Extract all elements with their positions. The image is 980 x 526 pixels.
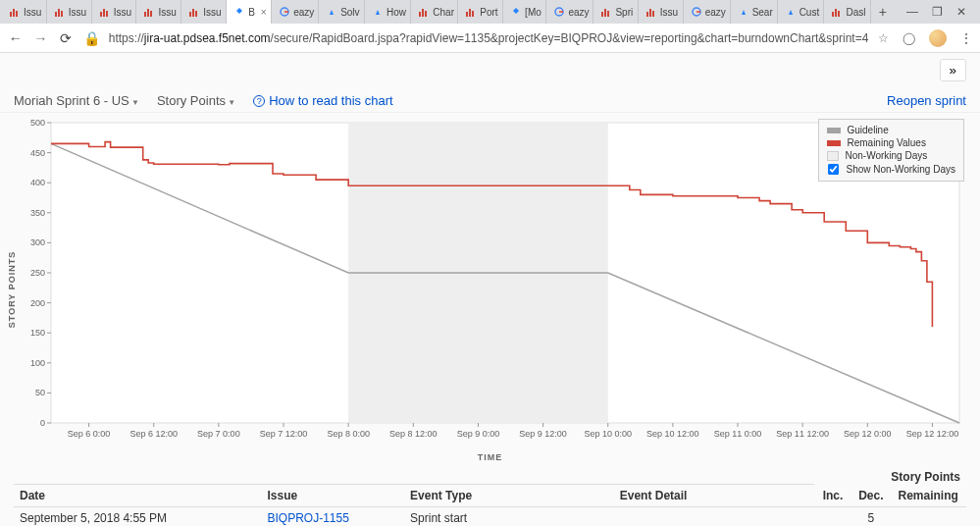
- svg-rect-10: [147, 9, 149, 17]
- browser-tab[interactable]: Issu: [136, 0, 181, 24]
- svg-text:150: 150: [30, 328, 45, 338]
- browser-tab[interactable]: Issu: [639, 0, 684, 24]
- svg-text:Sep 10 0:00: Sep 10 0:00: [584, 429, 632, 439]
- browser-tab[interactable]: Issu: [47, 0, 92, 24]
- svg-rect-23: [601, 12, 603, 17]
- svg-rect-18: [425, 11, 427, 17]
- svg-text:50: 50: [35, 388, 45, 397]
- how-to-read-link[interactable]: ? How to read this chart: [253, 93, 392, 108]
- svg-rect-19: [466, 12, 468, 17]
- svg-text:Sep 11 0:00: Sep 11 0:00: [714, 429, 762, 439]
- cell-issue[interactable]: BIQPROJ-1155: [261, 507, 404, 527]
- browser-tab[interactable]: Sear: [731, 0, 778, 24]
- legend-item-remaining: Remaining Values: [827, 136, 955, 149]
- svg-rect-6: [100, 12, 102, 17]
- cell-date: September 5, 2018 4:55 PM: [14, 507, 261, 527]
- tab-close-icon[interactable]: ×: [261, 7, 267, 18]
- svg-text:0: 0: [40, 418, 45, 428]
- how-to-read-label: How to read this chart: [269, 93, 392, 108]
- reload-button[interactable]: ⟳: [58, 30, 74, 46]
- burndown-chart: STORY POINTS Guideline Remaining Values …: [14, 117, 966, 462]
- svg-text:Sep 10 12:00: Sep 10 12:00: [646, 429, 699, 439]
- tab-label: Issu: [158, 7, 176, 18]
- tab-label: Char: [433, 7, 454, 18]
- svg-text:500: 500: [30, 118, 45, 128]
- bookmark-star-icon[interactable]: ☆: [878, 31, 889, 45]
- tab-label: [Mo: [525, 7, 542, 18]
- tab-label: Issu: [24, 7, 41, 18]
- tab-label: Issu: [203, 7, 221, 18]
- tab-label: Port: [480, 7, 497, 18]
- page-content: » Moriah Sprint 6 - US Story Points ? Ho…: [0, 53, 980, 526]
- browser-tab[interactable]: Issu: [181, 0, 227, 24]
- svg-rect-1: [13, 9, 15, 17]
- tab-label: Issu: [69, 7, 86, 18]
- profile-avatar[interactable]: [929, 29, 947, 47]
- legend-item-nonworking: Non-Working Days: [827, 149, 955, 162]
- browser-tab[interactable]: eazy: [272, 0, 319, 24]
- browser-tab[interactable]: eazy: [684, 0, 731, 24]
- browser-tab[interactable]: Dasl: [824, 0, 870, 24]
- svg-text:400: 400: [30, 178, 45, 187]
- tab-label: eazy: [293, 7, 314, 18]
- browser-tab[interactable]: Solv: [319, 0, 365, 24]
- cell-event-type: Sprint start: [404, 507, 614, 527]
- browser-tab[interactable]: Cust: [778, 0, 825, 24]
- svg-rect-24: [604, 9, 606, 17]
- svg-text:Sep 7 0:00: Sep 7 0:00: [197, 429, 240, 439]
- show-nonworking-checkbox[interactable]: [828, 164, 839, 175]
- url-display[interactable]: https://jira-uat.pdsea.f5net.com/secure/…: [109, 31, 868, 45]
- browser-tab[interactable]: How: [365, 0, 411, 24]
- col-event-type: Event Type: [404, 485, 614, 507]
- browser-tab[interactable]: B×: [227, 0, 272, 24]
- estimate-selector[interactable]: Story Points: [157, 93, 235, 108]
- svg-rect-9: [144, 12, 146, 17]
- col-date: Date: [14, 485, 261, 507]
- browser-menu-icon[interactable]: ⋮: [960, 31, 972, 45]
- story-points-header: Story Points: [14, 468, 966, 484]
- tab-label: eazy: [705, 7, 726, 18]
- browser-tab[interactable]: [Mo: [503, 0, 546, 24]
- browser-tab[interactable]: Issu: [92, 0, 137, 24]
- browser-tab[interactable]: Spri: [593, 0, 638, 24]
- svg-text:Sep 6 0:00: Sep 6 0:00: [68, 429, 111, 439]
- forward-button[interactable]: →: [33, 30, 49, 46]
- svg-rect-27: [649, 9, 651, 17]
- browser-chrome: IssuIssuIssuIssuIssuB×eazySolvHowCharPor…: [0, 0, 980, 53]
- window-minimize-icon[interactable]: —: [906, 5, 918, 19]
- window-close-icon[interactable]: ✕: [956, 5, 966, 19]
- svg-text:Sep 6 12:00: Sep 6 12:00: [129, 429, 178, 439]
- back-button[interactable]: ←: [8, 30, 24, 46]
- toolbar: Moriah Sprint 6 - US Story Points ? How …: [0, 87, 980, 113]
- legend-swatch-guideline: [827, 128, 841, 133]
- cell-inc: [814, 507, 852, 527]
- browser-tab[interactable]: Issu: [2, 0, 47, 24]
- window-restore-icon[interactable]: ❐: [932, 5, 943, 19]
- svg-text:Sep 9 0:00: Sep 9 0:00: [457, 429, 500, 439]
- reopen-sprint-link[interactable]: Reopen sprint: [887, 93, 966, 108]
- svg-rect-21: [472, 11, 474, 17]
- svg-rect-0: [10, 12, 12, 17]
- svg-text:350: 350: [30, 208, 45, 218]
- cell-event-detail: [614, 507, 814, 527]
- legend-item-guideline: Guideline: [827, 124, 955, 136]
- svg-rect-8: [106, 11, 108, 17]
- cell-rem: [890, 507, 966, 527]
- tab-label: B: [248, 7, 255, 18]
- sidebar-toggle-button[interactable]: »: [940, 59, 966, 81]
- sprint-selector[interactable]: Moriah Sprint 6 - US: [14, 93, 139, 108]
- chart-legend: Guideline Remaining Values Non-Working D…: [818, 119, 964, 182]
- legend-item-show-nonworking[interactable]: Show Non-Working Days: [827, 162, 955, 177]
- extension-icon[interactable]: ◯: [903, 31, 915, 45]
- browser-tab[interactable]: Port: [458, 0, 503, 24]
- svg-text:Sep 8 0:00: Sep 8 0:00: [327, 429, 370, 439]
- tab-label: Cust: [799, 7, 820, 18]
- browser-tab[interactable]: Char: [411, 0, 458, 24]
- y-axis-title: STORY POINTS: [7, 251, 17, 328]
- col-issue: Issue: [261, 485, 404, 507]
- svg-rect-32: [838, 11, 840, 17]
- browser-tab[interactable]: eazy: [546, 0, 593, 24]
- svg-rect-20: [469, 9, 471, 17]
- svg-rect-25: [607, 11, 609, 17]
- new-tab-button[interactable]: +: [871, 4, 895, 20]
